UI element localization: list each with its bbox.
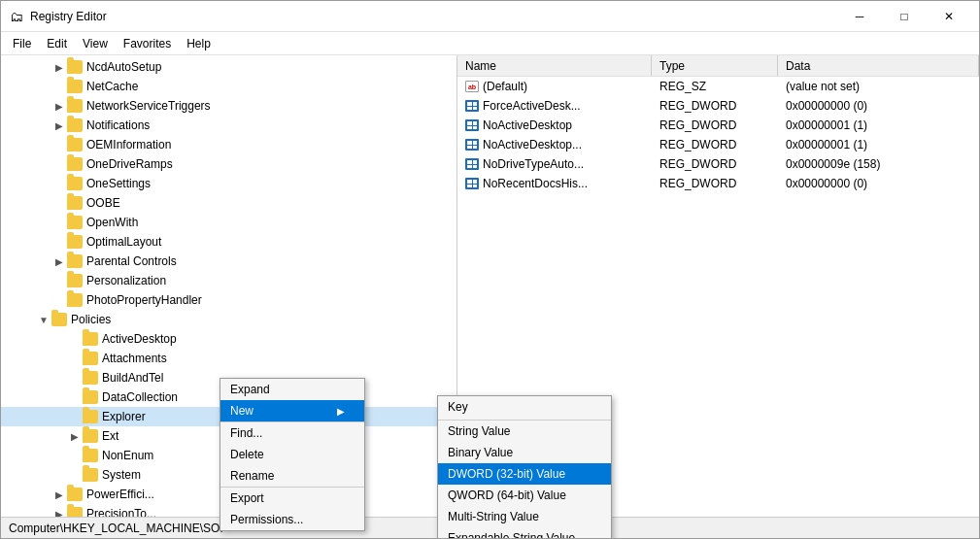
expander-icon: ▶ [67,428,83,444]
close-button[interactable]: ✕ [927,1,971,32]
menu-favorites[interactable]: Favorites [116,32,179,54]
table-row[interactable]: NoRecentDocsHis... REG_DWORD 0x00000000 … [457,174,979,193]
expander-icon [67,467,83,483]
tree-label: ActiveDesktop [102,332,177,346]
folder-icon [67,216,83,229]
expander-icon [51,79,67,94]
sub-key[interactable]: Key [438,396,611,418]
dword-badge [465,158,479,170]
table-row[interactable]: NoActiveDesktop REG_DWORD 0x00000001 (1) [457,116,979,135]
tree-item-attachments[interactable]: Attachments [1,349,456,368]
folder-icon [83,332,98,346]
folder-icon [67,293,83,307]
row-type: REG_DWORD [652,176,778,191]
sub-binary-value[interactable]: Binary Value [438,442,611,463]
tree-item-oobe[interactable]: OOBE [1,193,456,213]
sub-dword-value[interactable]: DWORD (32-bit) Value [438,463,611,485]
tree-item-oeminformation[interactable]: OEMInformation [1,135,456,154]
maximize-button[interactable]: □ [882,1,927,32]
folder-icon [67,60,83,74]
tree-item-photoproperty[interactable]: PhotoPropertyHandler [1,290,456,310]
tree-item-optimallayout[interactable]: OptimalLayout [1,232,456,252]
window-controls: ─ □ ✕ [837,1,971,32]
sub-qword-value[interactable]: QWORD (64-bit) Value [438,485,611,506]
reg-sz-icon: ab [465,80,479,93]
dword-badge [465,119,479,131]
tree-item-openwith[interactable]: OpenWith [1,213,456,232]
expander-icon: ▶ [51,118,67,133]
sub-multi-string[interactable]: Multi-String Value [438,506,611,527]
tree-item-onedriversamps[interactable]: OneDriveRamps [1,154,456,174]
dword-badge [465,139,479,151]
expander-icon: ▶ [51,253,67,269]
table-row[interactable]: ForceActiveDesk... REG_DWORD 0x00000000 … [457,96,979,116]
expander-icon [51,137,67,152]
expander-icon [51,215,67,230]
folder-icon [67,177,83,190]
table-row[interactable]: ab (Default) REG_SZ (value not set) [457,77,979,96]
tree-item-parentalcontrols[interactable]: ▶ Parental Controls [1,252,456,271]
tree-item-netcache[interactable]: NetCache [1,77,456,96]
ctx-export[interactable]: Export [220,487,364,509]
tree-label: NetworkServiceTriggers [86,99,211,113]
ctx-permissions[interactable]: Permissions... [220,509,364,530]
row-name: ForceActiveDesk... [457,98,652,114]
ctx-new[interactable]: New ▶ [220,400,364,421]
table-row[interactable]: NoActiveDesktop... REG_DWORD 0x00000001 … [457,135,979,154]
menu-edit[interactable]: Edit [39,32,75,54]
folder-icon [67,157,83,171]
ctx-rename[interactable]: Rename [220,465,364,487]
sub-string-value[interactable]: String Value [438,420,611,442]
col-type: Type [652,55,778,76]
folder-icon [67,138,83,152]
status-text: Computer\HKEY_LOCAL_MACHINE\SOF [9,522,227,535]
expander-icon: ▶ [51,98,67,114]
menu-file[interactable]: File [5,32,39,54]
tree-label: NcdAutoSetup [86,60,161,74]
folder-open-icon [51,313,67,326]
row-type: REG_DWORD [652,137,778,152]
tree-item-activedesktop[interactable]: ActiveDesktop [1,329,456,349]
tree-label: Attachments [102,352,167,365]
tree-label: BuildAndTel [102,371,163,385]
title-bar: 🗂 Registry Editor ─ □ ✕ [1,1,979,32]
ctx-find[interactable]: Find... [220,421,364,444]
row-name: NoActiveDesktop... [457,137,652,152]
menu-bar: File Edit View Favorites Help [1,32,979,55]
row-data: 0x00000001 (1) [778,137,979,152]
reg-dword-icon [465,99,479,113]
expander-icon [67,409,83,424]
ctx-expand[interactable]: Expand [220,379,364,400]
minimize-button[interactable]: ─ [837,1,882,32]
table-row[interactable]: NoDriveTypeAuto... REG_DWORD 0x0000009e … [457,154,979,174]
reg-dword-icon [465,157,479,171]
menu-help[interactable]: Help [179,32,219,54]
expander-icon [51,176,67,191]
expander-icon [67,389,83,405]
folder-icon [67,235,83,249]
tree-label: NonEnum [102,449,153,462]
menu-view[interactable]: View [75,32,116,54]
tree-label: OneDriveRamps [86,157,173,171]
row-name: NoDriveTypeAuto... [457,156,652,172]
tree-label: PrecisionTo... [86,507,156,517]
tree-label: Explorer [102,410,146,423]
folder-icon [83,390,98,404]
tree-item-ncdautosetup[interactable]: ▶ NcdAutoSetup [1,57,456,77]
folder-icon [83,429,98,443]
expander-icon [67,370,83,386]
tree-item-onesettings[interactable]: OneSettings [1,174,456,193]
tree-label: OOBE [86,196,120,210]
tree-item-policies[interactable]: ▼ Policies [1,310,456,329]
tree-label: System [102,468,141,482]
tree-item-personalization[interactable]: Personalization [1,271,456,290]
tree-label: Personalization [86,274,166,287]
folder-icon [67,274,83,287]
tree-item-networkservice[interactable]: ▶ NetworkServiceTriggers [1,96,456,116]
expander-icon [51,292,67,308]
tree-label: NetCache [86,80,138,93]
ctx-delete[interactable]: Delete [220,444,364,465]
tree-item-notifications[interactable]: ▶ Notifications [1,116,456,135]
reg-dword-icon [465,177,479,190]
sub-expandable-string[interactable]: Expandable String Value [438,527,611,539]
